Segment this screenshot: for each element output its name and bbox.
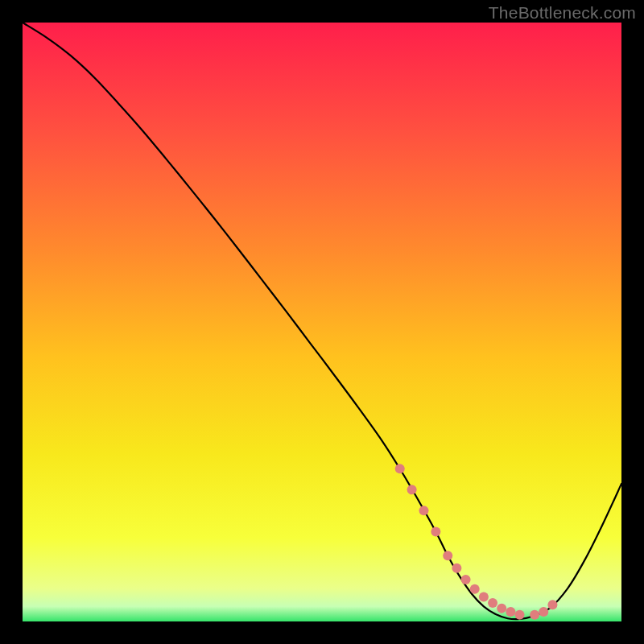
valley-marker (506, 607, 515, 617)
valley-marker (407, 485, 417, 494)
chart-container: TheBottleneck.com (0, 0, 644, 644)
valley-marker (470, 584, 480, 594)
valley-marker (452, 564, 461, 573)
valley-marker (479, 592, 489, 601)
valley-marker (395, 464, 405, 473)
valley-marker (497, 604, 506, 613)
watermark-text: TheBottleneck.com (489, 3, 636, 23)
valley-marker (419, 506, 428, 515)
chart-svg (0, 0, 644, 644)
valley-marker (515, 610, 525, 620)
valley-marker (461, 575, 471, 584)
valley-marker (431, 526, 440, 536)
valley-marker (539, 607, 548, 617)
valley-marker (547, 600, 557, 609)
valley-marker (443, 551, 452, 560)
plot-background (23, 23, 621, 621)
valley-marker (488, 598, 497, 608)
valley-marker (530, 610, 539, 620)
